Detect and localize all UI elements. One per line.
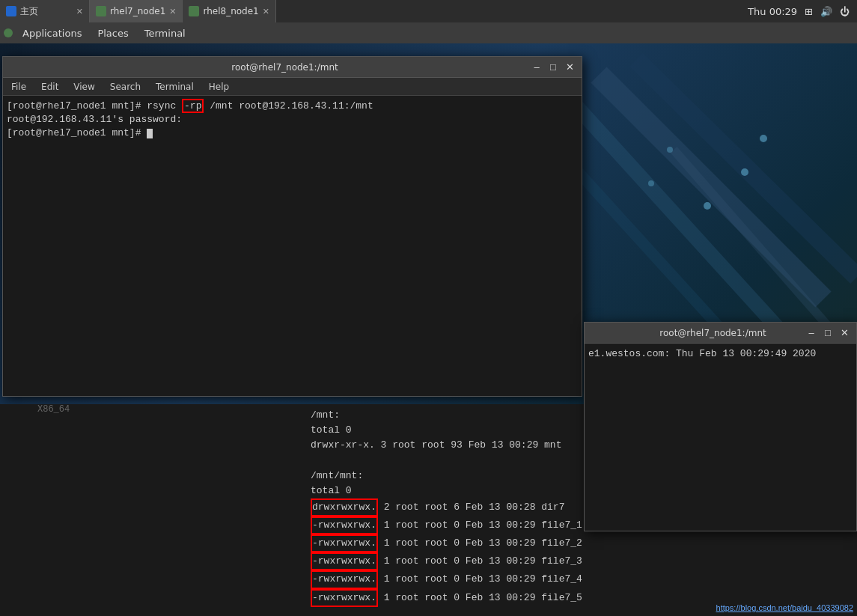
terminal1-line3: [root@rhel7_node1 mnt]# — [7, 126, 578, 140]
terminal1-menu-file[interactable]: File — [7, 80, 31, 94]
terminal1-controls: – □ ✕ — [531, 61, 576, 73]
terminal1-minimize[interactable]: – — [531, 61, 543, 73]
tab-rhel7-close[interactable]: ✕ — [169, 7, 176, 16]
terminal2-maximize[interactable]: □ — [822, 327, 834, 339]
svg-line-2 — [561, 90, 786, 337]
terminal1-close[interactable]: ✕ — [564, 61, 576, 73]
tab-rhel7[interactable]: rhel7_node1 ✕ — [90, 0, 183, 22]
highlight-rp: -rp — [182, 99, 204, 113]
app-menubar: Applications Places Terminal — [0, 22, 857, 43]
svg-point-9 — [648, 180, 654, 186]
tab-home[interactable]: 主页 ✕ — [0, 0, 90, 22]
terminal1-maximize[interactable]: □ — [547, 61, 559, 73]
terminal-window-2: root@rhel7_node1:/mnt – □ ✕ e1.westos.co… — [584, 322, 857, 531]
bt-line-8: -rwxrwxrwx. 1 root root 0 Feb 13 00:29 f… — [311, 534, 853, 552]
rhel7-tab-icon — [96, 6, 106, 16]
terminal1-cursor — [147, 129, 153, 138]
svg-point-5 — [760, 135, 767, 142]
tab-rhel8-label: rhel8_node1 — [203, 6, 258, 16]
system-tray: Thu 00:29 ⊞ 🔊 ⏻ — [748, 0, 850, 22]
terminal2-close[interactable]: ✕ — [838, 327, 850, 339]
terminal1-line2: root@192.168.43.11's password: — [7, 113, 578, 126]
highlight-file71-perms: -rwxrwxrwx. — [311, 516, 378, 534]
svg-line-0 — [599, 75, 823, 299]
arch-text: X86_64 — [37, 404, 70, 415]
menubar-terminal[interactable]: Terminal — [138, 25, 192, 41]
menubar-applications[interactable]: Applications — [16, 25, 88, 41]
tab-rhel7-label: rhel7_node1 — [110, 6, 165, 16]
terminal1-menu-search[interactable]: Search — [106, 80, 145, 94]
rhel8-tab-icon — [189, 6, 199, 16]
bt-line-10: -rwxrwxrwx. 1 root root 0 Feb 13 00:29 f… — [311, 570, 853, 588]
terminal1-titlebar[interactable]: root@rhel7_node1:/mnt – □ ✕ — [3, 57, 582, 78]
clock: Thu 00:29 — [748, 6, 797, 17]
tab-rhel8-close[interactable]: ✕ — [263, 7, 269, 16]
tab-home-close[interactable]: ✕ — [76, 7, 83, 16]
terminal2-header: e1.westos.com: Thu Feb 13 00:29:49 2020 — [588, 347, 853, 361]
watermark: https://blog.csdn.net/baidu_40339082 — [716, 603, 853, 612]
terminal1-menu-edit[interactable]: Edit — [37, 80, 63, 94]
power-icon[interactable]: ⏻ — [840, 6, 850, 17]
highlight-file74-perms: -rwxrwxrwx. — [311, 570, 378, 588]
app-dot-icon — [4, 28, 13, 37]
tab-home-label: 主页 — [20, 5, 38, 18]
desktop-visible-area — [0, 404, 307, 616]
highlight-file72-perms: -rwxrwxrwx. — [311, 534, 378, 552]
highlight-file75-perms: -rwxrwxrwx. — [311, 589, 378, 607]
volume-icon: 🔊 — [820, 6, 832, 17]
terminal1-menu-view[interactable]: View — [69, 80, 99, 94]
highlight-dir7-perms: drwxrwxrwx. — [311, 498, 378, 516]
terminal1-menu-terminal[interactable]: Terminal — [151, 80, 198, 94]
terminal2-title: root@rhel7_node1:/mnt — [620, 328, 805, 338]
network-icon: ⊞ — [805, 6, 813, 17]
svg-point-7 — [704, 202, 711, 210]
terminal-window-1: root@rhel7_node1:/mnt – □ ✕ File Edit Vi… — [2, 56, 582, 397]
terminal1-menubar: File Edit View Search Terminal Help — [3, 78, 582, 96]
terminal1-line1: [root@rhel7_node1 mnt]# rsync -rp /mnt r… — [7, 100, 578, 113]
terminal2-titlebar[interactable]: root@rhel7_node1:/mnt – □ ✕ — [585, 323, 856, 344]
svg-point-6 — [741, 168, 748, 176]
terminal2-minimize[interactable]: – — [805, 327, 817, 339]
highlight-file73-perms: -rwxrwxrwx. — [311, 552, 378, 570]
svg-point-8 — [667, 147, 673, 153]
bt-line-9: -rwxrwxrwx. 1 root root 0 Feb 13 00:29 f… — [311, 552, 853, 570]
menubar-places[interactable]: Places — [91, 25, 134, 41]
tab-rhel8[interactable]: rhel8_node1 ✕ — [183, 0, 275, 22]
taskbar-tabs: 主页 ✕ rhel7_node1 ✕ rhel8_node1 ✕ — [0, 0, 276, 22]
terminal2-body: e1.westos.com: Thu Feb 13 00:29:49 2020 — [585, 344, 856, 531]
terminal1-menu-help[interactable]: Help — [204, 80, 234, 94]
taskbar: 主页 ✕ rhel7_node1 ✕ rhel8_node1 ✕ Thu 00:… — [0, 0, 857, 22]
home-tab-icon — [6, 6, 16, 16]
terminal1-title: root@rhel7_node1:/mnt — [39, 62, 531, 73]
terminal1-body: [root@rhel7_node1 mnt]# rsync -rp /mnt r… — [3, 96, 582, 396]
svg-line-1 — [636, 60, 857, 277]
terminal2-controls: – □ ✕ — [805, 327, 850, 339]
